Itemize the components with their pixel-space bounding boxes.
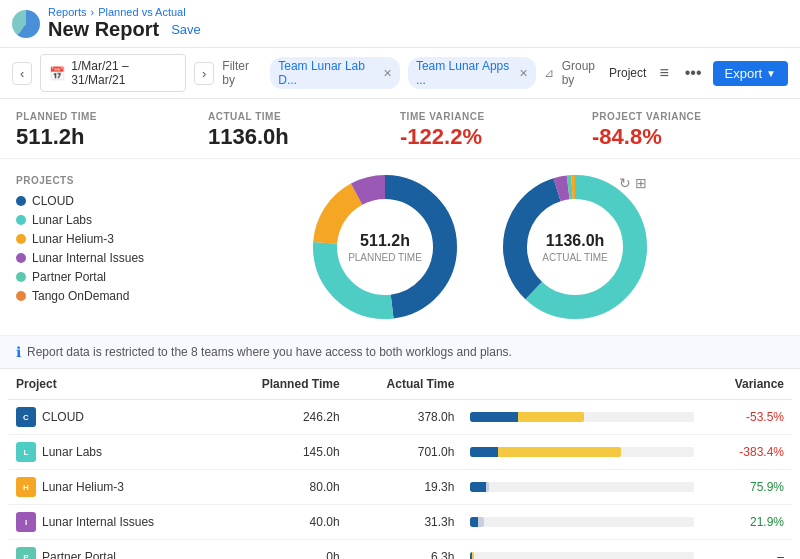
project-name: Lunar Internal Issues xyxy=(42,515,154,529)
planned-vs-actual-link[interactable]: Planned vs Actual xyxy=(98,6,185,18)
stat-proj-variance-label: PROJECT VARIANCE xyxy=(592,111,768,122)
svg-text:H: H xyxy=(23,483,29,492)
actual-donut: 1136.0h ACTUAL TIME xyxy=(495,167,655,327)
title-area: New Report Save xyxy=(48,18,205,41)
stats-row: PLANNED TIME 511.2h ACTUAL TIME 1136.0h … xyxy=(0,99,800,159)
save-button[interactable]: Save xyxy=(167,20,205,39)
planned-sub: PLANNED TIME xyxy=(348,252,422,263)
nav-forward-button[interactable]: › xyxy=(194,62,214,85)
cell-bar xyxy=(462,470,702,505)
cell-planned: 80.0h xyxy=(219,470,348,505)
project-name: CLOUD xyxy=(42,410,84,424)
project-cell: C CLOUD xyxy=(16,407,211,427)
planned-donut: 511.2h PLANNED TIME xyxy=(305,167,465,327)
data-table: Project Planned Time Actual Time Varianc… xyxy=(8,369,792,559)
reports-link[interactable]: Reports xyxy=(48,6,87,18)
info-text: Report data is restricted to the 8 teams… xyxy=(27,345,512,359)
col-bar xyxy=(462,369,702,400)
svg-text:P: P xyxy=(23,553,29,559)
cell-bar xyxy=(462,505,702,540)
cell-project: C CLOUD xyxy=(8,400,219,435)
project-cell: H Lunar Helium-3 xyxy=(16,477,211,497)
svg-text:C: C xyxy=(23,413,29,422)
svg-text:I: I xyxy=(25,518,27,527)
stat-planned-time: PLANNED TIME 511.2h xyxy=(16,111,208,150)
filter-funnel-icon[interactable]: ⊿ xyxy=(544,66,554,80)
nav-back-button[interactable]: ‹ xyxy=(12,62,32,85)
table-row: C CLOUD 246.2h 378.0h -53.5% xyxy=(8,400,792,435)
cell-variance: – xyxy=(702,540,792,560)
export-button[interactable]: Export ▼ xyxy=(713,61,788,86)
app-logo xyxy=(12,10,40,38)
stat-actual-value: 1136.0h xyxy=(208,124,384,150)
header: Reports › Planned vs Actual New Report S… xyxy=(0,0,800,48)
filter-tag-1-remove[interactable]: ✕ xyxy=(383,67,392,80)
legend-dot xyxy=(16,234,26,244)
legend-dot xyxy=(16,253,26,263)
planned-chart: 511.2h PLANNED TIME xyxy=(305,167,465,327)
project-cell: P Partner Portal xyxy=(16,547,211,559)
charts-container: 511.2h PLANNED TIME ↻ ⊞ 1136.0h ACT xyxy=(176,167,784,327)
filter-tag-2[interactable]: Team Lunar Apps ... ✕ xyxy=(408,57,536,89)
project-name: Lunar Helium-3 xyxy=(42,480,124,494)
project-icon-img: I xyxy=(19,515,33,529)
breadcrumb-area: Reports › Planned vs Actual New Report S… xyxy=(48,6,205,41)
project-cell: I Lunar Internal Issues xyxy=(16,512,211,532)
bar-track xyxy=(470,447,694,457)
table-row: I Lunar Internal Issues 40.0h 31.3h 21.9… xyxy=(8,505,792,540)
legend-dot xyxy=(16,215,26,225)
legend-items: CLOUDLunar LabsLunar Helium-3Lunar Inter… xyxy=(16,194,156,303)
bar-track xyxy=(470,517,694,527)
cell-actual: 6.3h xyxy=(348,540,463,560)
project-name: Partner Portal xyxy=(42,550,116,559)
stat-proj-variance-value: -84.8% xyxy=(592,124,768,150)
col-actual: Actual Time xyxy=(348,369,463,400)
list-icon-button[interactable]: ≡ xyxy=(654,61,673,85)
legend-title: PROJECTS xyxy=(16,175,156,186)
date-range-picker[interactable]: 📅 1/Mar/21 – 31/Mar/21 xyxy=(40,54,186,92)
cell-project: I Lunar Internal Issues xyxy=(8,505,219,540)
stat-variance-label: TIME VARIANCE xyxy=(400,111,576,122)
bar-track xyxy=(470,482,694,492)
filter-tag-2-label: Team Lunar Apps ... xyxy=(416,59,515,87)
cell-project: H Lunar Helium-3 xyxy=(8,470,219,505)
calendar-icon: 📅 xyxy=(49,66,65,81)
export-label: Export xyxy=(725,66,763,81)
col-project: Project xyxy=(8,369,219,400)
actual-sub: ACTUAL TIME xyxy=(542,252,608,263)
table-header-row: Project Planned Time Actual Time Varianc… xyxy=(8,369,792,400)
legend-dot xyxy=(16,272,26,282)
bar-track xyxy=(470,412,694,422)
project-icon: L xyxy=(16,442,36,462)
project-cell: L Lunar Labs xyxy=(16,442,211,462)
planned-amount: 511.2h xyxy=(348,232,422,250)
legend-item: Lunar Helium-3 xyxy=(16,232,156,246)
legend-item: CLOUD xyxy=(16,194,156,208)
charts-area: PROJECTS CLOUDLunar LabsLunar Helium-3Lu… xyxy=(0,159,800,336)
export-dropdown-arrow: ▼ xyxy=(766,68,776,79)
stat-actual-time: ACTUAL TIME 1136.0h xyxy=(208,111,400,150)
date-range-value: 1/Mar/21 – 31/Mar/21 xyxy=(71,59,177,87)
stat-planned-label: PLANNED TIME xyxy=(16,111,192,122)
legend-dot xyxy=(16,291,26,301)
table-body: C CLOUD 246.2h 378.0h -53.5% L xyxy=(8,400,792,560)
breadcrumb: Reports › Planned vs Actual xyxy=(48,6,205,18)
more-icon-button[interactable]: ••• xyxy=(680,61,707,85)
filter-tag-2-remove[interactable]: ✕ xyxy=(519,67,528,80)
project-icon: H xyxy=(16,477,36,497)
cell-variance: -383.4% xyxy=(702,435,792,470)
stat-project-variance: PROJECT VARIANCE -84.8% xyxy=(592,111,784,150)
project-icon-img: P xyxy=(19,550,33,559)
actual-amount: 1136.0h xyxy=(542,232,608,250)
cell-bar xyxy=(462,400,702,435)
cell-planned: 40.0h xyxy=(219,505,348,540)
cell-planned: 246.2h xyxy=(219,400,348,435)
cell-project: P Partner Portal xyxy=(8,540,219,560)
info-icon: ℹ xyxy=(16,344,21,360)
actual-chart: 1136.0h ACTUAL TIME xyxy=(495,167,655,327)
filter-label: Filter by xyxy=(222,59,262,87)
cell-bar xyxy=(462,540,702,560)
filter-tag-1[interactable]: Team Lunar Lab D... ✕ xyxy=(270,57,400,89)
cell-actual: 31.3h xyxy=(348,505,463,540)
project-icon: C xyxy=(16,407,36,427)
